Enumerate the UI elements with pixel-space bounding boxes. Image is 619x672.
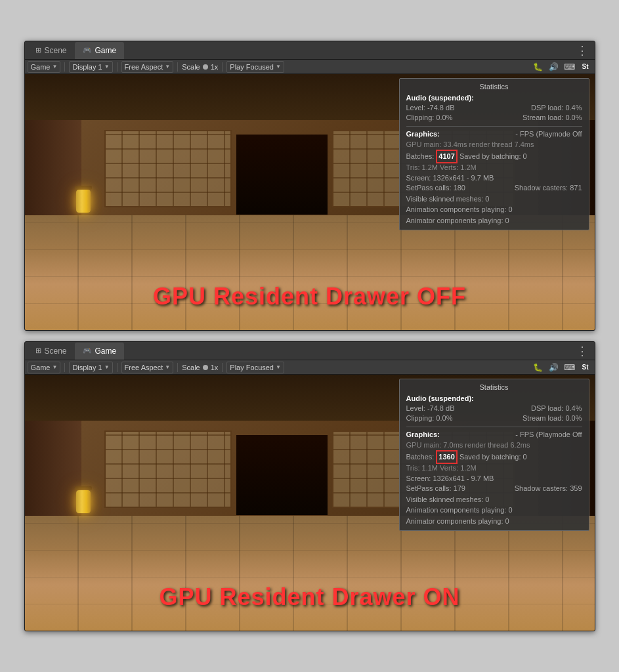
left-wall-on	[25, 421, 82, 515]
game-dropdown-on[interactable]: Game ▼	[28, 362, 61, 373]
viewport-on: Statistics Audio (suspended): Level: -74…	[25, 375, 595, 631]
sep1-off	[64, 62, 65, 72]
animator-off: Animator components playing: 0	[406, 215, 582, 226]
aspect-dropdown-off[interactable]: Free Aspect ▼	[121, 61, 174, 73]
keyboard-icon-off[interactable]: ⌨	[563, 61, 576, 73]
batches-row-off: Batches: 4107 Saved by batching: 0	[406, 150, 582, 163]
unity-panel-off: ⊞ Scene 🎮 Game ⋮ Game ▼ Display 1 ▼ Free…	[24, 41, 595, 331]
tab-game-on[interactable]: 🎮 Game	[75, 343, 125, 360]
graphics-title-on: Graphics:	[406, 430, 440, 440]
divider-on	[406, 427, 582, 427]
setpass-row-on: SetPass calls: 179 Shadow casters: 359	[406, 484, 582, 494]
game-tab-label: Game	[95, 46, 117, 55]
audio-icon-on[interactable]: 🔊	[547, 362, 561, 373]
lantern-body-off	[76, 190, 91, 213]
divider-off	[406, 126, 582, 127]
screen-label-off: Screen: 1326x641 - 9.7 MB	[406, 173, 582, 184]
lantern-off	[76, 186, 92, 213]
toolbar-on: Game ▼ Display 1 ▼ Free Aspect ▼ Scale 1…	[25, 360, 595, 375]
audio-row2-off: Clipping: 0.0% Stream load: 0.0%	[406, 113, 582, 123]
audio-title-off: Audio (suspended):	[406, 94, 582, 102]
level-label-off: Level: -74.8 dB	[406, 103, 455, 113]
aspect-arrow: ▼	[165, 64, 170, 70]
play-focused-arrow: ▼	[276, 64, 281, 70]
toolbar-off: Game ▼ Display 1 ▼ Free Aspect ▼ Scale 1…	[25, 60, 595, 74]
game-dropdown-arrow: ▼	[52, 64, 57, 70]
clipping-label-off: Clipping: 0.0%	[406, 113, 453, 123]
toolbar-icons-on: 🐛 🔊 ⌨ St	[532, 362, 592, 373]
stats-icon-on[interactable]: St	[579, 362, 592, 373]
game-icon-on: 🎮	[83, 346, 92, 355]
tab-scene-on[interactable]: ⊞ Scene	[28, 343, 75, 360]
game-bg-on: Statistics Audio (suspended): Level: -74…	[25, 375, 595, 631]
gpu-partial-on: GPU main: 7.0ms render thread 6.2ms	[406, 441, 582, 450]
sep2-off	[117, 62, 117, 72]
tab-more-off[interactable]: ⋮	[572, 43, 592, 58]
scale-dot-on	[203, 365, 208, 370]
shoji-left	[104, 130, 232, 207]
scale-control-on: Scale 1x	[182, 364, 218, 371]
display-dropdown-on[interactable]: Display 1 ▼	[69, 362, 112, 373]
play-focused-dropdown-on[interactable]: Play Focused ▼	[226, 362, 284, 373]
graphics-title-off: Graphics:	[406, 129, 440, 139]
stats-icon-off[interactable]: St	[579, 61, 592, 73]
graphics-row-off: Graphics: - FPS (Playmode Off	[406, 129, 582, 140]
left-wall	[25, 120, 82, 215]
setpass-label-off: SetPass calls: 180	[406, 183, 466, 193]
shadow-label-on: Shadow casters: 359	[515, 484, 582, 494]
play-focused-dropdown-off[interactable]: Play Focused ▼	[226, 61, 284, 73]
scale-control-off: Scale 1x	[182, 63, 218, 71]
shadow-label-off: Shadow casters: 871	[515, 183, 582, 193]
scale-dot-off	[203, 64, 208, 70]
sep3-off	[177, 62, 178, 72]
skinned-on: Visible skinned meshes: 0	[406, 494, 582, 505]
label-overlay-off: GPU Resident Drawer OFF	[25, 283, 595, 310]
setpass-label-on: SetPass calls: 179	[406, 484, 466, 494]
batches-row-on: Batches: 1360 Saved by batching: 0	[406, 450, 582, 464]
bug-icon-off[interactable]: 🐛	[532, 61, 545, 73]
batches-suffix-off: Saved by batching: 0	[458, 152, 527, 160]
display-arrow-on: ▼	[104, 364, 110, 370]
animator-on: Animator components playing: 0	[406, 516, 582, 527]
door-center	[236, 135, 328, 215]
tab-more-on[interactable]: ⋮	[572, 344, 592, 358]
sep2-on	[117, 363, 117, 372]
stream-label-off: Stream load: 0.0%	[523, 113, 582, 123]
lantern-top-on	[75, 486, 92, 490]
fps-label-off: - FPS (Playmode Off	[515, 129, 582, 140]
audio-row1-off: Level: -74.8 dB DSP load: 0.4%	[406, 103, 582, 113]
tab-bar-on: ⊞ Scene 🎮 Game ⋮	[25, 342, 595, 360]
aspect-arrow-on: ▼	[165, 364, 170, 370]
anim-off: Animation components playing: 0	[406, 204, 582, 215]
sep1-on	[64, 363, 65, 372]
skinned-off: Visible skinned meshes: 0	[406, 194, 582, 205]
anim-on: Animation components playing: 0	[406, 505, 582, 516]
scene-tab-label: Scene	[45, 46, 67, 55]
batches-prefix-on: Batches:	[406, 453, 437, 461]
display-dropdown-off[interactable]: Display 1 ▼	[69, 61, 112, 73]
floor-on	[25, 516, 595, 631]
dsp-label-on: DSP load: 0.4%	[531, 404, 582, 413]
fps-label-on: - FPS (Playmode Off	[515, 430, 582, 441]
screen-label-on: Screen: 1326x641 - 9.7 MB	[406, 473, 582, 484]
audio-row2-on: Clipping: 0.0% Stream load: 0.0%	[406, 413, 582, 423]
aspect-dropdown-on[interactable]: Free Aspect ▼	[121, 362, 174, 373]
audio-icon-off[interactable]: 🔊	[547, 61, 561, 73]
shoji-left-on	[104, 430, 232, 508]
door-center-on	[236, 435, 328, 516]
game-dropdown-off[interactable]: Game ▼	[28, 61, 61, 73]
play-focused-arrow-on: ▼	[276, 364, 281, 370]
batches-suffix-on: Saved by batching: 0	[458, 453, 527, 461]
clipping-label-on: Clipping: 0.0%	[406, 413, 453, 423]
keyboard-icon-on[interactable]: ⌨	[563, 362, 576, 373]
game-icon: 🎮	[83, 46, 92, 54]
tab-game-off[interactable]: 🎮 Game	[75, 42, 125, 59]
tris-partial-off: Tris: 1.2M Verts: 1.2M	[406, 163, 582, 173]
bug-icon-on[interactable]: 🐛	[532, 362, 545, 373]
display-arrow: ▼	[104, 64, 110, 70]
stats-title-on: Statistics	[406, 383, 582, 391]
batches-prefix-off: Batches:	[406, 152, 437, 160]
tab-scene-off[interactable]: ⊞ Scene	[28, 42, 75, 59]
sep4-on	[222, 363, 223, 372]
scene-tab-label-on: Scene	[45, 346, 67, 356]
